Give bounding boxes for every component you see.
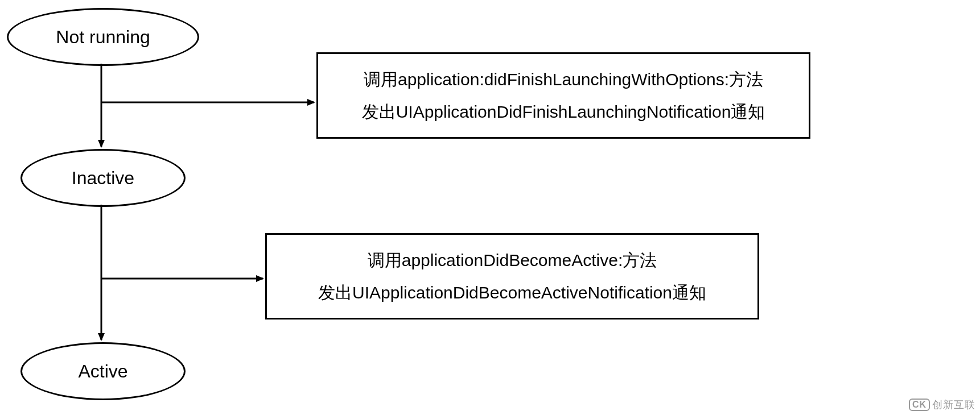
watermark-badge: CK <box>909 399 930 411</box>
state-active: Active <box>20 342 186 400</box>
note-did-finish-launching-line1: 调用application:didFinishLaunchingWithOpti… <box>364 63 763 96</box>
state-not-running: Not running <box>7 8 199 66</box>
note-did-finish-launching-line2: 发出UIApplicationDidFinishLaunchingNotific… <box>362 96 765 128</box>
state-not-running-label: Not running <box>56 27 150 48</box>
watermark: CK 创新互联 <box>909 398 975 412</box>
note-did-become-active-line1: 调用applicationDidBecomeActive:方法 <box>368 244 657 276</box>
state-active-label: Active <box>78 361 127 382</box>
state-inactive: Inactive <box>20 149 186 207</box>
state-inactive-label: Inactive <box>72 168 134 189</box>
note-did-become-active-line2: 发出UIApplicationDidBecomeActiveNotificati… <box>318 276 706 309</box>
watermark-text: 创新互联 <box>932 398 975 412</box>
note-did-become-active: 调用applicationDidBecomeActive:方法 发出UIAppl… <box>265 233 759 319</box>
note-did-finish-launching: 调用application:didFinishLaunchingWithOpti… <box>316 52 810 139</box>
